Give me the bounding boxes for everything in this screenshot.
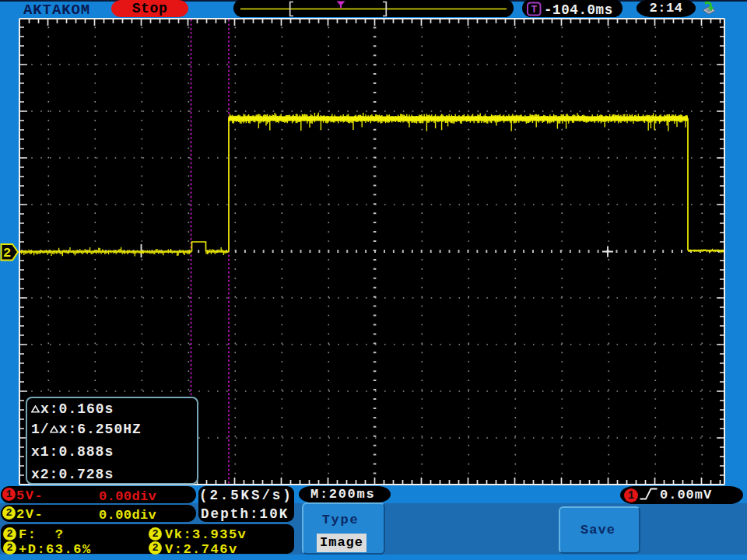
svg-text:2: 2: [3, 246, 11, 261]
